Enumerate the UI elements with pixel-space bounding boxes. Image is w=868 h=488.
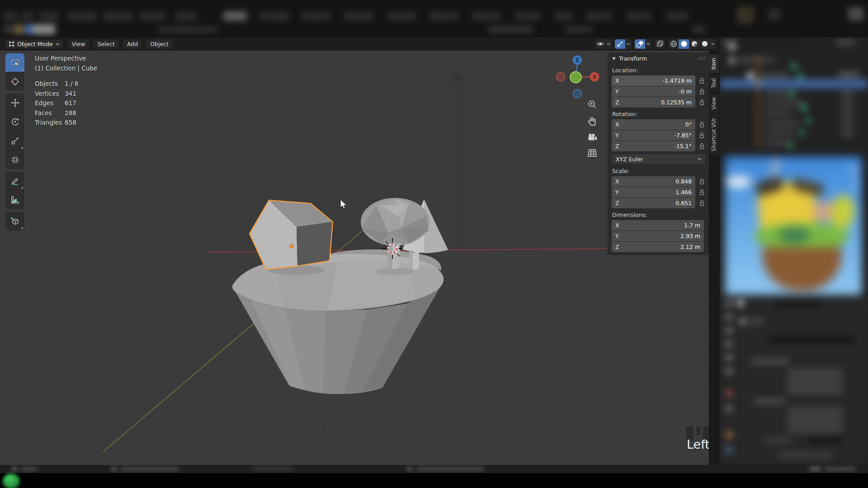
gizmo-toggle-button[interactable] <box>615 39 625 49</box>
workspace-tab[interactable] <box>260 12 289 20</box>
rotation-x-lock[interactable] <box>698 121 706 128</box>
menu-select[interactable]: Select <box>93 39 119 49</box>
workspace-tab[interactable] <box>586 12 611 20</box>
rotate-icon <box>10 117 20 127</box>
tool-add-cube[interactable] <box>5 212 24 230</box>
rotation-z-field[interactable]: Z-15.1° <box>612 141 695 151</box>
move-icon <box>10 98 20 108</box>
workspace-tab[interactable] <box>665 12 688 20</box>
menu-object[interactable]: Object <box>146 39 173 49</box>
nav-ortho-toggle-button[interactable] <box>586 147 598 159</box>
gizmo-y-axis[interactable] <box>570 72 581 83</box>
outliner-selected-row[interactable] <box>720 79 868 89</box>
panel-grip-icon[interactable] <box>698 57 705 60</box>
transform-icon <box>10 155 20 164</box>
sidebar-tab-item[interactable]: Item <box>709 54 719 73</box>
gizmo-neg-z-axis[interactable] <box>573 89 582 98</box>
scale-y-lock[interactable] <box>698 189 706 196</box>
location-x-lock[interactable] <box>698 77 706 84</box>
panel-collapse-icon[interactable] <box>612 57 616 60</box>
xray-toggle-button[interactable] <box>655 39 665 49</box>
viewport-header: Object Mode View Select Add Object <box>0 38 720 51</box>
tool-cursor[interactable] <box>5 72 24 91</box>
workspace-tab[interactable] <box>514 12 540 20</box>
taskbar-app-icon[interactable] <box>3 474 20 488</box>
object-visibility-button[interactable] <box>595 39 605 49</box>
tool-rotate[interactable] <box>5 112 24 131</box>
shading-rendered-button[interactable] <box>699 39 710 49</box>
workspace-tab[interactable] <box>104 12 133 21</box>
rotation-y-lock[interactable] <box>698 132 706 139</box>
scale-x-field[interactable]: X0.848 <box>612 176 695 187</box>
scale-z-field[interactable]: Z0.651 <box>612 198 695 208</box>
scale-x-lock[interactable] <box>698 178 706 185</box>
chevron-down-icon <box>627 43 630 45</box>
workspace-tab[interactable] <box>4 12 17 21</box>
house-selected[interactable] <box>250 200 333 269</box>
location-z-lock[interactable] <box>698 99 706 106</box>
scale-z-lock[interactable] <box>698 200 706 206</box>
gizmo-dropdown-chevron[interactable] <box>625 39 632 49</box>
rotation-z-lock[interactable] <box>698 143 706 150</box>
workspace-tab[interactable] <box>626 12 651 20</box>
location-z-field[interactable]: Z0.12535 m <box>612 97 695 108</box>
rendered-sphere-icon <box>701 40 708 47</box>
dimensions-z-field[interactable]: Z2.12 m <box>612 242 704 252</box>
topbar-blob <box>769 9 780 21</box>
workspace-tab[interactable] <box>22 12 33 21</box>
workspace-tab[interactable] <box>40 12 58 21</box>
dimensions-y-field[interactable]: Y2.93 m <box>612 231 704 241</box>
rotation-mode-dropdown[interactable]: XYZ Euler <box>612 154 706 164</box>
workspace-tab[interactable] <box>554 12 572 20</box>
rotation-x-field[interactable]: X0° <box>612 119 695 130</box>
location-y-field[interactable]: Y-0 m <box>612 86 695 97</box>
visibility-dropdown-chevron[interactable] <box>605 39 612 49</box>
dimensions-x-field[interactable]: X1.7 m <box>612 220 704 230</box>
menu-add[interactable]: Add <box>123 39 142 49</box>
overlays-dropdown-chevron[interactable] <box>645 39 651 49</box>
tool-transform[interactable] <box>5 150 24 169</box>
rotation-y-field[interactable]: Y-7.85° <box>612 130 695 141</box>
workspace-tab[interactable] <box>387 12 416 20</box>
location-y-lock[interactable] <box>698 88 706 95</box>
transform-panel: Transform Location: X-1.4719 m Y-0 m Z0.… <box>608 52 709 254</box>
workspace-tab[interactable] <box>140 12 165 21</box>
sidebar-tab-view[interactable]: View <box>709 94 719 113</box>
nav-camera-button[interactable] <box>586 131 598 143</box>
mode-selector[interactable]: Object Mode <box>5 39 64 49</box>
tool-annotate[interactable] <box>5 172 24 190</box>
shading-dropdown-chevron[interactable] <box>710 39 716 49</box>
solid-sphere-icon <box>680 40 688 47</box>
sidebar-tab-tool[interactable]: Tool <box>709 75 719 92</box>
tool-measure[interactable] <box>5 190 24 209</box>
scale-y-field[interactable]: Y1.466 <box>612 187 695 197</box>
workspace-tab[interactable] <box>175 12 196 21</box>
shading-solid-button[interactable] <box>679 39 689 49</box>
tool-scale[interactable] <box>5 131 24 150</box>
viewport-3d[interactable]: Object Mode View Select Add Object <box>0 38 720 465</box>
workspace-tab[interactable] <box>68 12 97 21</box>
shading-wireframe-button[interactable] <box>668 39 679 49</box>
workspace-tab[interactable] <box>472 12 501 20</box>
gizmo-neg-x-axis[interactable] <box>557 73 565 81</box>
shading-material-button[interactable] <box>689 39 699 49</box>
blurred-blob <box>741 40 796 45</box>
workspace-tab-active[interactable] <box>223 11 247 21</box>
stat-row: Faces288 <box>35 108 97 118</box>
navigation-gizmo[interactable]: Z X <box>554 52 601 99</box>
island-mesh[interactable] <box>232 249 444 394</box>
tool-move[interactable] <box>5 94 24 112</box>
blurred-blob <box>838 72 859 77</box>
sidebar-tab-shortcut-vur[interactable]: Shortcut VUr <box>709 114 719 155</box>
workspace-tab[interactable] <box>429 12 458 20</box>
nav-zoom-button[interactable] <box>586 99 598 110</box>
nav-pan-button[interactable] <box>586 115 598 127</box>
location-x-field[interactable]: X-1.4719 m <box>612 75 695 86</box>
workspace-tab[interactable] <box>344 12 373 20</box>
overlays-toggle-button[interactable] <box>635 39 645 49</box>
unlock-icon <box>699 88 705 95</box>
menu-view[interactable]: View <box>68 39 90 49</box>
tool-select-box[interactable] <box>5 53 24 72</box>
workspace-tab[interactable] <box>302 12 331 20</box>
sun-lamp[interactable] <box>452 71 465 247</box>
